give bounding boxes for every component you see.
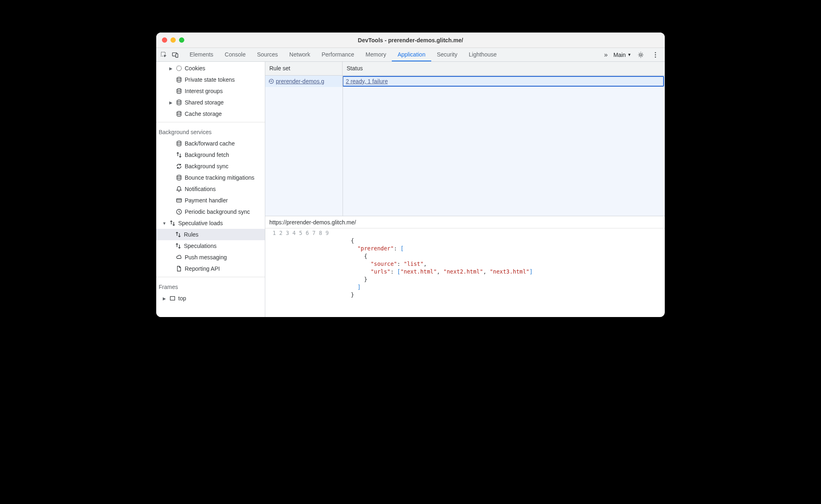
svg-point-13 <box>177 175 181 177</box>
status-link[interactable]: 2 ready, 1 failure <box>346 78 388 85</box>
sidebar-item-label: top <box>178 295 186 302</box>
transfer-icon <box>175 243 181 249</box>
devtools-window: DevTools - prerender-demos.glitch.me/ El… <box>156 33 665 317</box>
tab-console[interactable]: Console <box>219 48 251 61</box>
database-icon <box>176 99 182 106</box>
tab-lighthouse[interactable]: Lighthouse <box>463 48 502 61</box>
sidebar-item-cookies[interactable]: ▶ Cookies <box>156 63 265 74</box>
sidebar-item-label: Private state tokens <box>185 76 235 83</box>
sidebar-item-speculative-loads[interactable]: ▼ Speculative loads <box>156 217 265 229</box>
sidebar-item-cache-storage[interactable]: Cache storage <box>156 108 265 119</box>
sidebar-item-label: Payment handler <box>185 197 228 204</box>
line-gutter: 1 2 3 4 5 6 7 8 9 <box>265 229 332 316</box>
column-header-ruleset[interactable]: Rule set <box>265 62 343 75</box>
window-titlebar: DevTools - prerender-demos.glitch.me/ <box>156 33 665 48</box>
tab-performance[interactable]: Performance <box>316 48 360 61</box>
rules-table: Rule set Status prerender-demos.g 2 <box>265 62 665 216</box>
sidebar-item-private-state-tokens[interactable]: Private state tokens <box>156 74 265 85</box>
main-content: Rule set Status prerender-demos.g 2 <box>265 62 665 317</box>
settings-gear-icon[interactable] <box>635 50 646 60</box>
detail-url: https://prerender-demos.glitch.me/ <box>265 216 665 228</box>
expand-arrow-icon: ▶ <box>162 296 167 301</box>
zoom-window-button[interactable] <box>179 37 184 43</box>
devtools-tabbar: Elements Console Sources Network Perform… <box>156 48 665 62</box>
tab-memory[interactable]: Memory <box>360 48 392 61</box>
tab-label: Lighthouse <box>469 51 497 58</box>
close-window-button[interactable] <box>162 37 167 43</box>
sidebar-item-speculations[interactable]: Speculations <box>156 240 265 252</box>
tab-security[interactable]: Security <box>431 48 463 61</box>
sidebar-item-label: Interest groups <box>185 88 223 94</box>
sidebar-item-label: Push messaging <box>185 254 227 261</box>
sidebar-item-label: Rules <box>184 231 199 238</box>
cloud-icon <box>176 254 182 261</box>
sidebar-item-periodic-sync[interactable]: Periodic background sync <box>156 206 265 217</box>
sidebar-item-label: Cache storage <box>185 111 222 117</box>
sidebar-item-payment-handler[interactable]: Payment handler <box>156 195 265 206</box>
sidebar-item-label: Back/forward cache <box>185 140 235 147</box>
svg-rect-2 <box>176 54 178 57</box>
context-selector[interactable]: Main ▼ <box>614 52 631 58</box>
more-menu-icon[interactable] <box>650 50 661 60</box>
tab-label: Console <box>225 51 245 58</box>
transfer-icon <box>169 220 176 226</box>
context-label: Main <box>614 52 626 58</box>
sidebar-item-bf-cache[interactable]: Back/forward cache <box>156 138 265 149</box>
sync-icon <box>176 163 182 169</box>
minimize-window-button[interactable] <box>170 37 176 43</box>
table-row[interactable]: prerender-demos.g 2 ready, 1 failure <box>265 76 665 87</box>
sidebar-item-label: Speculative loads <box>178 220 223 226</box>
sidebar-item-background-fetch[interactable]: Background fetch <box>156 149 265 161</box>
ruleset-link[interactable]: prerender-demos.g <box>276 78 324 85</box>
column-divider[interactable] <box>343 76 343 216</box>
svg-point-9 <box>177 89 181 90</box>
sidebar-item-bounce-tracking[interactable]: Bounce tracking mitigations <box>156 172 265 183</box>
tab-label: Elements <box>190 51 213 58</box>
svg-point-8 <box>177 77 181 79</box>
sidebar-item-rules[interactable]: Rules <box>156 229 265 240</box>
tab-label: Security <box>437 51 458 58</box>
database-icon <box>176 111 182 117</box>
table-body: prerender-demos.g 2 ready, 1 failure <box>265 76 665 216</box>
collapse-arrow-icon: ▼ <box>162 221 167 226</box>
sidebar-item-label: Background sync <box>185 163 228 169</box>
tab-label: Network <box>289 51 310 58</box>
sidebar-section-background-services: Background services <box>156 125 265 138</box>
inspect-element-icon[interactable] <box>159 50 169 60</box>
sidebar-item-label: Speculations <box>184 243 216 249</box>
bell-icon <box>176 186 182 192</box>
clock-icon <box>176 209 182 215</box>
database-icon <box>176 140 182 147</box>
svg-point-10 <box>177 100 181 102</box>
rule-detail-pane: https://prerender-demos.glitch.me/ 1 2 3… <box>265 216 665 317</box>
code-editor[interactable]: 1 2 3 4 5 6 7 8 9 { "prerender": [ { "so… <box>265 228 665 317</box>
sidebar-item-background-sync[interactable]: Background sync <box>156 161 265 172</box>
svg-point-4 <box>655 52 656 53</box>
sidebar-item-reporting-api[interactable]: Reporting API <box>156 263 265 274</box>
svg-point-3 <box>640 54 642 56</box>
database-icon <box>176 76 182 83</box>
tabs-overflow-button[interactable]: » <box>603 50 609 60</box>
column-header-status[interactable]: Status <box>343 62 665 75</box>
device-toolbar-icon[interactable] <box>170 50 181 60</box>
svg-point-7 <box>177 66 181 71</box>
transfer-icon <box>176 152 182 158</box>
svg-rect-16 <box>170 297 175 300</box>
sidebar-item-label: Shared storage <box>185 99 224 106</box>
tab-network[interactable]: Network <box>284 48 316 61</box>
sidebar-divider <box>156 122 265 122</box>
chevron-down-icon: ▼ <box>627 52 631 57</box>
tab-elements[interactable]: Elements <box>184 48 219 61</box>
sidebar-item-interest-groups[interactable]: Interest groups <box>156 85 265 97</box>
svg-point-11 <box>177 111 181 113</box>
sidebar-item-push-messaging[interactable]: Push messaging <box>156 252 265 263</box>
traffic-lights <box>162 37 184 43</box>
tab-label: Memory <box>366 51 386 58</box>
tab-sources[interactable]: Sources <box>251 48 284 61</box>
expand-arrow-icon: ▶ <box>168 100 173 105</box>
devtools-tabs: Elements Console Sources Network Perform… <box>184 48 502 61</box>
sidebar-item-notifications[interactable]: Notifications <box>156 183 265 195</box>
tab-application[interactable]: Application <box>392 48 431 61</box>
sidebar-item-frame-top[interactable]: ▶ top <box>156 293 265 304</box>
sidebar-item-shared-storage[interactable]: ▶ Shared storage <box>156 97 265 108</box>
